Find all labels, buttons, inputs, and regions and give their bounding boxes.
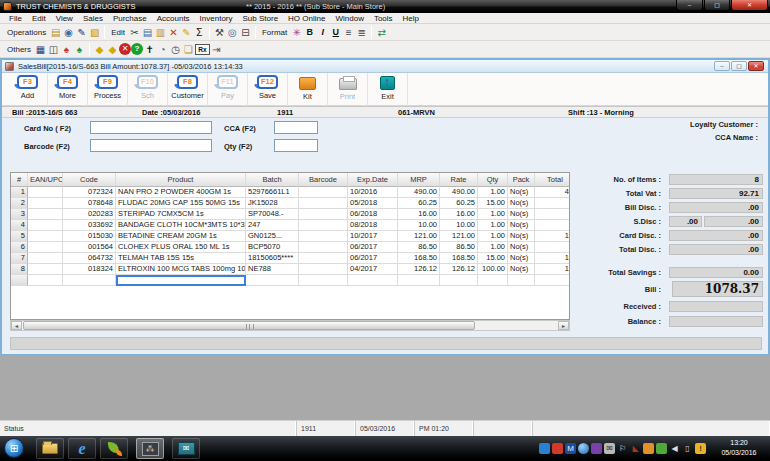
kit-box-icon [299, 77, 316, 90]
refresh-icon[interactable]: ⇄ [375, 26, 388, 39]
qty-input[interactable] [274, 139, 318, 152]
pos-app-taskbar-icon[interactable]: ⁂ [136, 438, 164, 459]
bold-icon[interactable]: B [303, 26, 316, 39]
menu-accounts[interactable]: Accounts [152, 13, 195, 24]
edit-pencil-icon[interactable]: ✎ [180, 26, 193, 39]
diamond-yellow-icon[interactable]: ◆ [93, 43, 106, 56]
folder-send-icon[interactable]: ▧ [88, 26, 101, 39]
tray-icon[interactable] [656, 443, 667, 454]
calendar-icon[interactable]: ◫ [47, 43, 60, 56]
spade-green-icon[interactable]: ♠ [73, 43, 86, 56]
tray-icon[interactable] [552, 443, 563, 454]
tray-icon[interactable]: ◣ [630, 443, 641, 454]
print-icon[interactable]: ⊟ [239, 26, 252, 39]
underline-icon[interactable]: U [329, 26, 342, 39]
signature-icon[interactable]: ✎ [75, 26, 88, 39]
cca-input[interactable] [274, 121, 318, 134]
lock-icon[interactable] [643, 443, 654, 454]
process-button[interactable]: F9 Process [88, 73, 128, 106]
menu-window[interactable]: Window [330, 13, 368, 24]
folder-open-icon[interactable]: ▤ [49, 26, 62, 39]
tray-icon[interactable] [591, 443, 602, 454]
key-icon[interactable]: ✝ [143, 43, 156, 56]
start-button[interactable]: ⊞ [4, 438, 24, 458]
minimize-button[interactable]: – [676, 0, 703, 11]
shield-icon[interactable]: ! [695, 443, 706, 454]
salesbill-toolbar: F3 Add F4 More F9 Process F10 Sch F8 Cus… [2, 73, 768, 106]
salesbill-maximize-button[interactable]: ▢ [731, 61, 747, 71]
process-button-label: Process [94, 91, 121, 100]
barcode-input[interactable] [90, 139, 212, 152]
flag-icon[interactable]: ⚐ [617, 443, 628, 454]
kit-button-label: Kit [303, 92, 312, 101]
spade-red-icon[interactable]: ♠ [60, 43, 73, 56]
time-icon[interactable]: ◔ [156, 43, 169, 56]
paste-icon[interactable]: ▥ [154, 26, 167, 39]
help-icon[interactable]: ? [131, 43, 143, 55]
menu-edit[interactable]: Edit [27, 13, 51, 24]
pay-button: F11 Pay [208, 73, 248, 106]
f4-key-icon: F4 [57, 75, 78, 89]
delete-icon[interactable]: ✕ [167, 26, 180, 39]
salesbill-minimize-button[interactable]: – [714, 61, 730, 71]
card-no-input[interactable] [90, 121, 212, 134]
menu-purchase[interactable]: Purchase [108, 13, 152, 24]
sum-icon[interactable]: Σ [193, 26, 206, 39]
rx-icon[interactable]: Rx [195, 44, 210, 55]
taskbar-clock[interactable]: 13:20 05/03/2016 [710, 438, 768, 458]
menu-inventory[interactable]: Inventory [195, 13, 238, 24]
close-button[interactable]: ✕ [731, 0, 768, 11]
explorer-taskbar-icon[interactable] [36, 438, 64, 459]
cancel-icon[interactable]: ✕ [119, 43, 131, 55]
cca-name-label: CCA Name : [608, 133, 758, 142]
salesbill-close-button[interactable]: ✕ [748, 61, 764, 71]
menu-ho-online[interactable]: HO Online [283, 13, 330, 24]
tools-icon[interactable]: ⚒ [213, 26, 226, 39]
align-left-icon[interactable]: ≡ [342, 26, 355, 39]
more-button[interactable]: F4 More [48, 73, 88, 106]
leaf-app-taskbar-icon[interactable] [100, 438, 128, 459]
toolbar-separator [104, 26, 105, 39]
totals-row-balance: Balance : [2, 316, 768, 328]
italic-icon[interactable]: I [316, 26, 329, 39]
status-empty2 [533, 421, 770, 436]
tray-icon[interactable]: ✉ [604, 443, 615, 454]
totals-row-received: Received : [2, 301, 768, 313]
printer-icon [339, 78, 357, 90]
customer-button[interactable]: F8 Customer [168, 73, 208, 106]
style-icon[interactable]: ✳ [290, 26, 303, 39]
clock-icon[interactable]: ◷ [169, 43, 182, 56]
desktop: TRUST CHEMISTS & DRUGGISTS ** 2015 - 201… [0, 0, 770, 461]
tray-icon[interactable]: M [565, 443, 576, 454]
kit-button[interactable]: Kit [288, 73, 328, 106]
ie-taskbar-icon[interactable]: e [68, 438, 96, 459]
logout-icon[interactable]: ⇥ [210, 43, 223, 56]
network-icon[interactable]: ▯ [682, 443, 693, 454]
exit-button[interactable]: Exit [368, 73, 408, 106]
menu-bar: File Edit View Sales Purchase Accounts I… [0, 13, 770, 24]
menu-file[interactable]: File [4, 13, 27, 24]
f11-key-icon: F11 [217, 75, 238, 89]
app-icon [3, 2, 12, 11]
salesbill-window: SalesBill[2015-16/S-663 Bill Amount:1078… [0, 58, 770, 356]
monitor-icon[interactable]: ▦ [34, 43, 47, 56]
menu-view[interactable]: View [51, 13, 78, 24]
tray-icon[interactable] [539, 443, 550, 454]
menu-help[interactable]: Help [398, 13, 424, 24]
diamond-yellow2-icon[interactable]: ◆ [106, 43, 119, 56]
mail-app-taskbar-icon[interactable]: ✉ [172, 438, 200, 459]
align-justify-icon[interactable]: ≣ [355, 26, 368, 39]
tray-icon[interactable] [578, 443, 589, 454]
documents-icon[interactable]: ❏ [182, 43, 195, 56]
save-button[interactable]: F12 Save [248, 73, 288, 106]
globe-icon[interactable]: ◉ [62, 26, 75, 39]
speaker-icon[interactable]: ◀ [669, 443, 680, 454]
preview-icon[interactable]: ◎ [226, 26, 239, 39]
cut-icon[interactable]: ✂ [128, 26, 141, 39]
menu-sub-store[interactable]: Sub Store [238, 13, 284, 24]
add-button[interactable]: F3 Add [8, 73, 48, 106]
menu-sales[interactable]: Sales [78, 13, 108, 24]
menu-tools[interactable]: Tools [369, 13, 398, 24]
maximize-button[interactable]: ▢ [704, 0, 730, 11]
copy-icon[interactable]: ▤ [141, 26, 154, 39]
